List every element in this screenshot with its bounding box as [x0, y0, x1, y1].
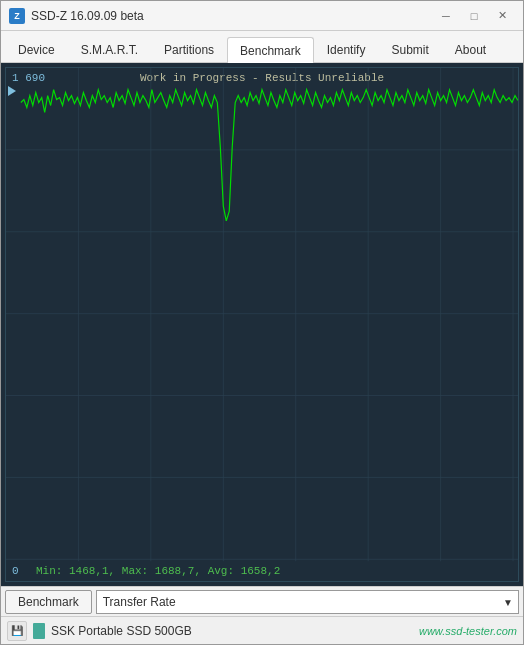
window-title: SSD-Z 16.09.09 beta	[31, 9, 433, 23]
tab-device[interactable]: Device	[5, 36, 68, 62]
app-icon: Z	[9, 8, 25, 24]
status-icon: 💾	[7, 621, 27, 641]
menu-bar: Device S.M.A.R.T. Partitions Benchmark I…	[1, 31, 523, 63]
transfer-type-dropdown[interactable]: Transfer Rate	[96, 590, 519, 614]
main-content: 1 690 Work in Progress - Results Unrelia…	[1, 63, 523, 586]
tab-partitions[interactable]: Partitions	[151, 36, 227, 62]
tab-identify[interactable]: Identify	[314, 36, 379, 62]
window-controls: ─ □ ✕	[433, 6, 515, 26]
status-bar: 💾 SSK Portable SSD 500GB www.ssd-tester.…	[1, 616, 523, 644]
title-bar: Z SSD-Z 16.09.09 beta ─ □ ✕	[1, 1, 523, 31]
main-window: Z SSD-Z 16.09.09 beta ─ □ ✕ Device S.M.A…	[0, 0, 524, 645]
chart-container: 1 690 Work in Progress - Results Unrelia…	[5, 67, 519, 582]
drive-indicator	[33, 623, 45, 639]
drive-name: SSK Portable SSD 500GB	[51, 624, 413, 638]
tab-submit[interactable]: Submit	[378, 36, 441, 62]
benchmark-button[interactable]: Benchmark	[5, 590, 92, 614]
dropdown-wrapper: Transfer Rate ▼	[96, 590, 519, 614]
website-link[interactable]: www.ssd-tester.com	[419, 625, 517, 637]
tab-benchmark[interactable]: Benchmark	[227, 37, 314, 63]
benchmark-chart	[6, 68, 518, 581]
minimize-button[interactable]: ─	[433, 6, 459, 26]
tab-about[interactable]: About	[442, 36, 499, 62]
bottom-controls: Benchmark Transfer Rate ▼	[1, 586, 523, 616]
maximize-button[interactable]: □	[461, 6, 487, 26]
close-button[interactable]: ✕	[489, 6, 515, 26]
tab-smart[interactable]: S.M.A.R.T.	[68, 36, 151, 62]
